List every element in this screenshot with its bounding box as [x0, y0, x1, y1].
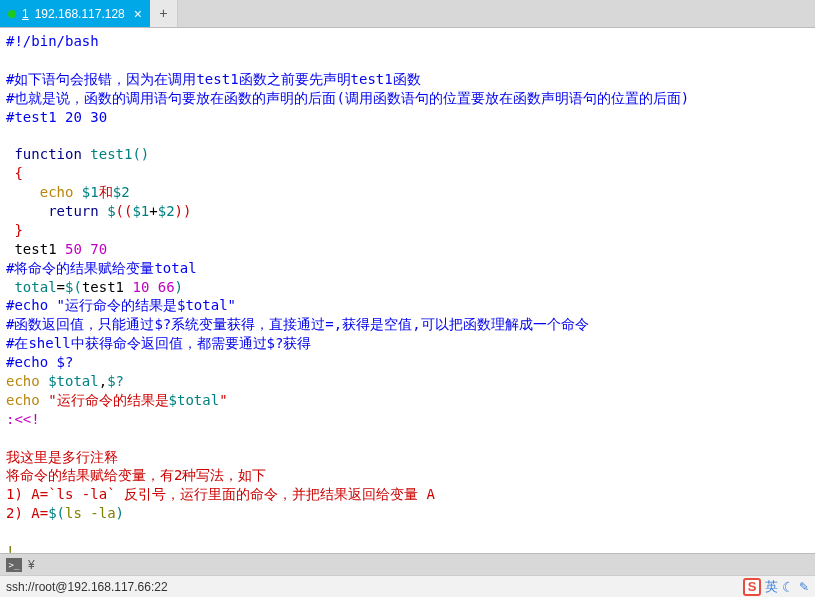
code-line: #在shell中获得命令返回值，都需要通过$?获得 [6, 335, 311, 351]
code-keyword: return [6, 203, 99, 219]
tab-number: 1 [22, 7, 29, 21]
moon-icon[interactable]: ☾ [782, 579, 795, 595]
tool-icon[interactable]: ✎ [799, 580, 809, 594]
tab-label: 192.168.117.128 [35, 7, 125, 21]
code-line: #!/bin/bash [6, 33, 99, 49]
tab-bar: 1 192.168.117.128 × + [0, 0, 815, 28]
ime-badge-icon[interactable]: S [743, 578, 761, 596]
terminal-prompt: ¥ [28, 558, 35, 572]
status-bar: ssh://root@192.168.117.66:22 S 英 ☾ ✎ [0, 575, 815, 597]
connection-status-icon [8, 10, 16, 18]
code-line: 将命令的结果赋给变量，有2种写法，如下 [6, 467, 266, 483]
status-right: S 英 ☾ ✎ [743, 578, 809, 596]
code-keyword: echo [6, 184, 73, 200]
code-line: #也就是说，函数的调用语句要放在函数的声明的后面(调用函数语句的位置要放在函数声… [6, 90, 689, 106]
terminal-bar[interactable]: >_ ¥ [0, 553, 815, 575]
ime-language[interactable]: 英 [765, 578, 778, 596]
close-icon[interactable]: × [134, 6, 142, 22]
code-editor[interactable]: #!/bin/bash #如下语句会报错，因为在调用test1函数之前要先声明t… [0, 28, 815, 553]
add-tab-button[interactable]: + [150, 0, 178, 27]
code-line: #test1 20 30 [6, 109, 107, 125]
code-line: #echo $? [6, 354, 73, 370]
code-line: 1) A=`ls -la` 反引号，运行里面的命令，并把结果返回给变量 A [6, 486, 435, 502]
connection-string: ssh://root@192.168.117.66:22 [6, 580, 168, 594]
code-line: #如下语句会报错，因为在调用test1函数之前要先声明test1函数 [6, 71, 421, 87]
code-line: } [6, 222, 23, 238]
terminal-icon: >_ [6, 558, 22, 572]
code-line: ! [6, 543, 14, 553]
code-line: :<<! [6, 411, 40, 427]
code-line: { [6, 165, 23, 181]
code-line: 我这里是多行注释 [6, 449, 118, 465]
tab-active[interactable]: 1 192.168.117.128 × [0, 0, 150, 27]
code-line: #echo "运行命令的结果是$total" [6, 297, 236, 313]
code-line: #函数返回值，只能通过$?系统变量获得，直接通过=,获得是空值,可以把函数理解成… [6, 316, 589, 332]
code-line: #将命令的结果赋给变量total [6, 260, 197, 276]
code-keyword: function [6, 146, 82, 162]
